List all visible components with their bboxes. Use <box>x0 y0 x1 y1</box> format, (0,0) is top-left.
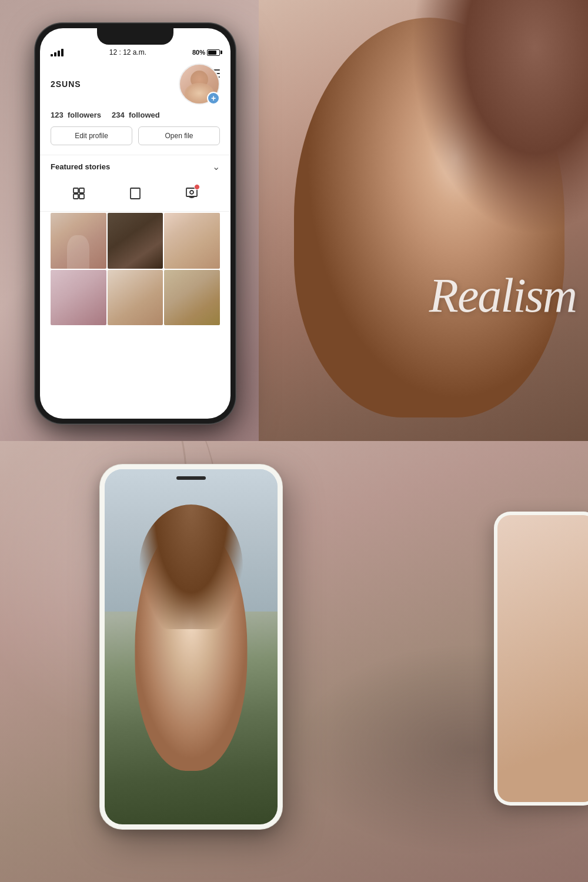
app-name: 2SUNS <box>51 79 81 89</box>
phone2-portrait-photo <box>105 469 278 824</box>
signal-icon <box>51 49 64 56</box>
svg-rect-2 <box>74 194 78 199</box>
photo-cell-6[interactable] <box>164 270 220 326</box>
followed-count: 234 followed <box>112 111 160 119</box>
phone-partial-frame <box>494 512 588 806</box>
view-icons-row <box>40 178 230 212</box>
photo-cell-4[interactable] <box>51 270 106 326</box>
followers-count: 123 followers <box>51 111 101 119</box>
photo-cell-3[interactable] <box>164 213 220 269</box>
profile-section: 2SUNS + 123 followers 234 followed <box>40 59 230 145</box>
chevron-down-icon: ⌄ <box>212 161 220 172</box>
featured-stories-row[interactable]: Featured stories ⌄ <box>40 155 230 178</box>
phone2-screen <box>105 469 278 824</box>
battery-icon <box>207 49 220 56</box>
status-time: 12 : 12 a.m. <box>109 48 146 56</box>
photo-cell-5[interactable] <box>108 270 163 326</box>
avatar-wrapper: + <box>179 64 220 105</box>
svg-rect-0 <box>74 188 78 193</box>
grid-view-icon[interactable] <box>68 183 89 204</box>
single-view-icon[interactable] <box>125 183 146 204</box>
phone-white-frame <box>100 465 282 829</box>
phone-partial-screen <box>497 515 588 802</box>
portrait-view-icon[interactable] <box>181 183 202 204</box>
svg-rect-3 <box>79 194 84 199</box>
partial-screen-content <box>497 515 588 802</box>
notification-badge <box>194 184 200 190</box>
profile-buttons: Edit profile Open file <box>51 126 220 145</box>
phone-notch <box>97 28 173 45</box>
profile-header: 2SUNS + <box>51 64 220 105</box>
ear-speaker <box>176 476 206 480</box>
photo-cell-1[interactable] <box>51 213 106 269</box>
avatar-add-button[interactable]: + <box>207 92 220 105</box>
svg-rect-4 <box>131 188 140 199</box>
edit-profile-button[interactable]: Edit profile <box>51 126 132 145</box>
phone-dark-frame: 12 : 12 a.m. 80% 2SUNS + <box>35 24 235 423</box>
featured-stories-label: Featured stories <box>51 162 110 171</box>
svg-point-6 <box>190 191 193 194</box>
hair-detail <box>139 505 243 629</box>
top-section: Realism 12 : 12 a.m. 80% <box>0 0 588 441</box>
photo-cell-2[interactable] <box>108 213 163 269</box>
battery-indicator: 80% <box>192 49 220 56</box>
svg-rect-1 <box>79 188 84 193</box>
bottom-section <box>0 441 588 882</box>
open-file-button[interactable]: Open file <box>138 126 220 145</box>
battery-percent: 80% <box>192 49 205 56</box>
realism-text: Realism <box>429 268 576 323</box>
background-portrait-top <box>259 0 588 441</box>
photo-grid <box>40 212 230 326</box>
followers-row: 123 followers 234 followed <box>51 111 220 119</box>
phone-screen: 12 : 12 a.m. 80% 2SUNS + <box>40 28 230 419</box>
